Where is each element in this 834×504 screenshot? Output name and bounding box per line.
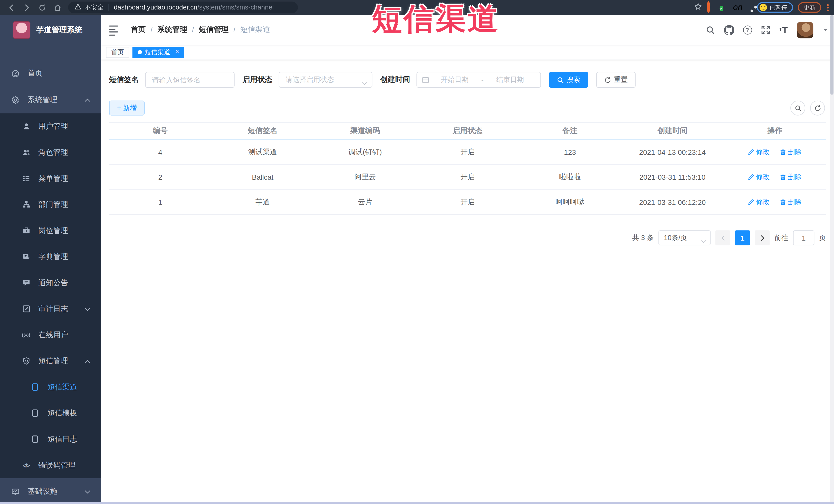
sidebar-item-sms-channel[interactable]: 短信渠道 (0, 374, 101, 400)
status-select-placeholder: 请选择启用状态 (286, 75, 334, 85)
back-icon[interactable] (7, 3, 16, 11)
navbar-actions: ? TT (706, 15, 828, 45)
code-icon: </> (22, 462, 30, 468)
sidebar-item-label: 短信管理 (38, 356, 68, 366)
reset-button[interactable]: 重置 (596, 72, 636, 88)
toolbar-right (790, 101, 825, 115)
sidebar-item-label: 短信日志 (47, 434, 77, 444)
sidebar-item-depts[interactable]: 部门管理 (0, 192, 101, 218)
home-icon[interactable] (54, 3, 62, 11)
sidebar-item-menus[interactable]: 菜单管理 (0, 165, 101, 192)
refresh-button[interactable] (810, 101, 825, 115)
sidebar-item-system[interactable]: 系统管理 (0, 87, 101, 113)
font-size-icon[interactable]: TT (779, 25, 788, 34)
sidebar-item-notice[interactable]: 通知公告 (0, 270, 101, 296)
ext-orange-ring-icon[interactable] (707, 3, 710, 12)
col-created: 创建时间 (621, 126, 724, 136)
edit-link[interactable]: 修改 (748, 147, 770, 157)
chevron-down-icon (85, 307, 90, 311)
fullscreen-icon[interactable] (761, 25, 770, 34)
page-size-select[interactable]: 10条/页 (658, 230, 710, 245)
sidebar-item-sms-log[interactable]: 短信日志 (0, 426, 101, 453)
scrollbar-thumb[interactable] (830, 15, 833, 95)
edit-link[interactable]: 修改 (748, 172, 770, 182)
sidebar-item-auditlog[interactable]: 审计日志 (0, 296, 101, 322)
date-start-placeholder[interactable]: 开始日期 (429, 75, 480, 85)
address-bar[interactable]: 不安全 dashboard.yudao.iocoder.cn/system/sm… (68, 2, 298, 13)
tag-sms-channel[interactable]: 短信渠道 × (132, 46, 184, 58)
sidebar-item-label: 错误码管理 (38, 460, 75, 470)
delete-link[interactable]: 删除 (780, 147, 802, 157)
main-content: 短信签名 启用状态 请选择启用状态 创建时间 开始日期 - 结束日期 搜索 (101, 60, 834, 504)
prev-page-button[interactable] (716, 230, 730, 245)
page-number-1[interactable]: 1 (735, 230, 750, 245)
sidebar-item-sms-template[interactable]: 短信模板 (0, 400, 101, 426)
cell-code: 调试(钉钉) (314, 147, 416, 157)
sidebar-item-infra[interactable]: 基础设施 (0, 478, 101, 504)
delete-link[interactable]: 删除 (780, 172, 802, 182)
page-scrollbar[interactable] (830, 15, 834, 502)
sidebar-item-error-code[interactable]: </> 错误码管理 (0, 452, 101, 478)
dashboard-icon (11, 69, 20, 78)
header-search-icon[interactable] (706, 25, 715, 34)
tag-home[interactable]: 首页 (106, 46, 129, 58)
breadcrumb: 首页 / 系统管理 / 短信管理 / 短信渠道 (131, 15, 270, 45)
sidebar-item-dict[interactable]: 字典管理 (0, 244, 101, 270)
update-button[interactable]: 更新 (798, 2, 821, 13)
browser-menu-icon[interactable] (827, 4, 829, 11)
next-page-button[interactable] (755, 230, 770, 245)
delete-link[interactable]: 删除 (780, 197, 802, 207)
avatar[interactable] (797, 22, 813, 38)
paused-pill[interactable]: 已暂停 (757, 2, 793, 13)
phone-frame-icon (31, 435, 39, 443)
ext-dark-on-icon[interactable]: on (733, 3, 743, 12)
add-button[interactable]: + 新增 (109, 101, 145, 115)
date-range-picker[interactable]: 开始日期 - 结束日期 (416, 72, 541, 88)
breadcrumb-system[interactable]: 系统管理 (157, 25, 187, 35)
chevron-down-icon (85, 490, 90, 494)
sign-input[interactable] (145, 72, 235, 88)
forward-icon[interactable] (23, 3, 31, 11)
ext-green-check-icon[interactable]: ✓ (720, 2, 724, 12)
insecure-warning-icon[interactable] (74, 3, 81, 12)
col-status: 启用状态 (416, 126, 519, 136)
screen: 不安全 dashboard.yudao.iocoder.cn/system/sm… (0, 0, 834, 504)
breadcrumb-separator: / (233, 25, 235, 34)
status-select[interactable]: 请选择启用状态 (279, 72, 372, 88)
sidebar-item-sms[interactable]: 短信管理 (0, 348, 101, 374)
sidebar-item-online-users[interactable]: 在线用户 (0, 322, 101, 348)
sidebar-toggle-icon[interactable] (109, 24, 118, 36)
edit-label: 修改 (756, 197, 770, 207)
avatar-caret-icon[interactable] (824, 28, 828, 31)
github-icon[interactable] (724, 25, 733, 35)
help-icon[interactable]: ? (743, 25, 752, 34)
sidebar-item-label: 岗位管理 (38, 226, 68, 236)
toggle-search-button[interactable] (790, 101, 805, 115)
goto-page-input[interactable] (793, 230, 814, 245)
col-actions: 操作 (724, 126, 826, 136)
date-separator: - (480, 76, 485, 84)
security-label[interactable]: 不安全 (85, 3, 104, 12)
cell-status: 开启 (416, 197, 519, 207)
sidebar-item-posts[interactable]: 岗位管理 (0, 217, 101, 244)
reload-icon[interactable] (38, 3, 46, 11)
date-end-placeholder[interactable]: 结束日期 (485, 75, 536, 85)
search-button[interactable]: 搜索 (549, 72, 588, 88)
breadcrumb-home[interactable]: 首页 (131, 25, 146, 35)
table-row: 1 芋道 云片 开启 呵呵呵哒 2021-03-31 06:12:20 修改 删… (109, 190, 826, 215)
col-sign: 短信签名 (212, 126, 314, 136)
tag-close-icon[interactable]: × (174, 48, 181, 56)
url-host[interactable]: dashboard.yudao.iocoder.cn (114, 4, 197, 11)
sidebar-item-users[interactable]: 用户管理 (0, 113, 101, 139)
edit-link[interactable]: 修改 (748, 197, 770, 207)
sidebar-item-home[interactable]: 首页 (0, 60, 101, 87)
cell-code: 云片 (314, 197, 416, 207)
delete-label: 删除 (788, 172, 802, 182)
bookmark-star-icon[interactable] (694, 2, 702, 12)
cell-created: 2021-03-31 11:53:10 (621, 173, 724, 181)
logo-row[interactable]: 芋道管理系统 (0, 15, 101, 45)
breadcrumb-sms[interactable]: 短信管理 (199, 25, 229, 35)
sidebar-item-roles[interactable]: 角色管理 (0, 139, 101, 166)
url-path[interactable]: /system/sms/sms-channel (197, 4, 274, 11)
sidebar-item-label: 短信渠道 (47, 382, 77, 392)
